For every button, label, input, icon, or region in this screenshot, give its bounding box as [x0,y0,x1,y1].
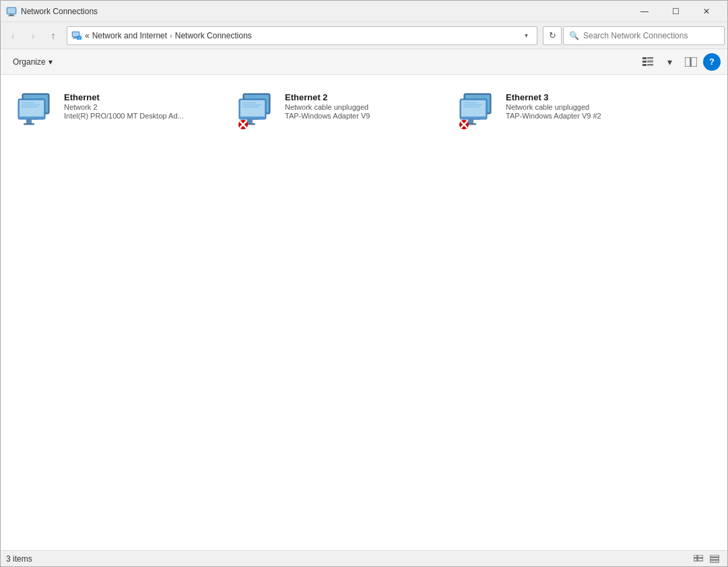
svg-rect-63 [698,558,703,561]
window-icon [6,6,17,17]
svg-rect-31 [24,123,34,125]
search-icon: 🔍 [569,31,579,40]
svg-rect-11 [647,57,653,58]
search-input[interactable] [583,31,719,40]
network-item-ethernet3[interactable]: Ethernet 3Network cable unpluggedTAP-Win… [453,86,669,137]
pane-button[interactable] [682,53,700,71]
network-status-ethernet2: Network cable unplugged [285,103,442,111]
svg-rect-7 [73,38,77,38]
search-bar[interactable]: 🔍 [563,26,725,45]
svg-rect-52 [463,102,477,104]
svg-rect-38 [242,102,256,104]
toolbar: Organize ▾ ▾ ? [1,49,727,75]
svg-rect-19 [685,57,690,67]
address-dropdown-button[interactable]: ▾ [519,29,533,42]
svg-rect-10 [642,57,647,59]
navigation-bar: ‹ › ↑ ↕ « Network and Internet › Network… [1,22,727,49]
status-list-view-button[interactable] [707,553,722,565]
error-badge-ethernet3 [459,119,469,131]
address-bar-icon: ↕ [71,30,82,41]
svg-rect-66 [710,560,719,562]
window-controls: — ☐ ✕ [629,1,722,22]
status-grid-view-button[interactable] [691,553,706,565]
content-area: EthernetNetwork 2Intel(R) PRO/1000 MT De… [1,75,727,550]
svg-rect-27 [22,102,35,104]
svg-rect-65 [710,558,719,560]
network-name-ethernet2: Ethernet 2 [285,92,442,102]
svg-rect-2 [9,14,13,15]
breadcrumb-separator: › [170,32,172,40]
back-button[interactable]: ‹ [3,26,22,45]
svg-rect-29 [22,106,38,108]
network-name-ethernet3: Ethernet 3 [506,92,663,102]
network-icon-wrap-ethernet2 [238,91,278,131]
network-status-ethernet1: Network 2 [64,103,222,111]
close-button[interactable]: ✕ [691,1,722,22]
svg-rect-28 [22,104,40,106]
svg-rect-16 [642,64,647,66]
svg-rect-1 [7,8,15,13]
forward-button[interactable]: › [24,26,42,45]
network-icon-wrap-ethernet1 [17,91,57,131]
network-item-ethernet1[interactable]: EthernetNetwork 2Intel(R) PRO/1000 MT De… [11,86,227,137]
svg-rect-3 [8,15,15,16]
svg-text:↕: ↕ [78,36,80,40]
status-count: 3 items [6,554,32,564]
status-bar: 3 items [1,550,727,566]
breadcrumb-prefix: « [85,31,90,40]
network-info-ethernet1: EthernetNetwork 2Intel(R) PRO/1000 MT De… [64,91,222,120]
svg-rect-64 [710,555,719,557]
svg-rect-13 [642,61,647,63]
network-status-ethernet3: Network cable unplugged [506,103,663,111]
view-dropdown-button[interactable]: ▾ [660,53,679,71]
svg-rect-20 [691,57,697,67]
svg-rect-12 [647,58,653,59]
svg-rect-18 [647,65,653,65]
svg-rect-54 [463,106,479,108]
refresh-button[interactable]: ↻ [543,26,562,45]
network-adapter-ethernet3: TAP-Windows Adapter V9 #2 [506,112,663,120]
status-view-icons [691,553,722,565]
svg-rect-60 [694,555,697,558]
toolbar-right: ▾ ? [638,53,721,71]
help-button[interactable]: ? [703,53,721,71]
svg-rect-40 [242,106,259,108]
toolbar-left: Organize ▾ [7,55,58,69]
organize-button[interactable]: Organize ▾ [7,55,58,69]
window-title: Network Connections [21,7,629,16]
title-bar: Network Connections — ☐ ✕ [1,1,727,22]
svg-rect-15 [647,61,653,62]
svg-rect-53 [463,104,482,106]
error-badge-ethernet2 [238,119,249,131]
network-icon-wrap-ethernet3 [459,91,499,131]
network-adapter-ethernet1: Intel(R) PRO/1000 MT Desktop Ad... [64,112,222,120]
address-breadcrumb: « Network and Internet › Network Connect… [85,31,519,40]
minimize-button[interactable]: — [629,1,660,22]
svg-rect-30 [26,119,32,123]
svg-rect-17 [647,64,653,65]
address-bar[interactable]: ↕ « Network and Internet › Network Conne… [67,26,537,45]
svg-rect-61 [698,555,703,558]
network-adapter-ethernet2: TAP-Windows Adapter V9 [285,112,442,120]
view-options-button[interactable] [638,53,657,71]
breadcrumb-part2: Network Connections [175,31,252,40]
network-name-ethernet1: Ethernet [64,92,222,102]
network-info-ethernet2: Ethernet 2Network cable unpluggedTAP-Win… [285,91,442,120]
network-item-ethernet2[interactable]: Ethernet 2Network cable unpluggedTAP-Win… [232,86,448,137]
organize-arrow: ▾ [48,57,53,67]
svg-rect-62 [694,558,697,561]
svg-rect-6 [73,37,77,38]
maximize-button[interactable]: ☐ [660,1,691,22]
svg-rect-39 [242,104,261,106]
svg-rect-14 [647,61,653,61]
network-info-ethernet3: Ethernet 3Network cable unpluggedTAP-Win… [506,91,663,120]
up-button[interactable]: ↑ [44,26,63,45]
organize-label: Organize [13,57,46,67]
breadcrumb-part1: Network and Internet [92,31,167,40]
